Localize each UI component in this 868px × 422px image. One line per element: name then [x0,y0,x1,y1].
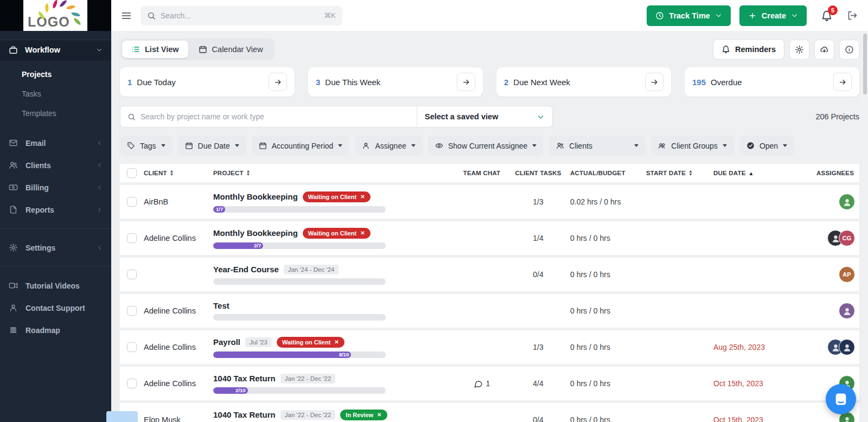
chat-bubble-icon [474,379,483,388]
team-chat-cell[interactable]: 1 [457,379,506,388]
row-checkbox-cell [120,306,144,316]
sidebar-item-contact-support[interactable]: Contact Support [0,297,111,319]
task-progress-bar: 1/7 [213,206,386,213]
column-header-client[interactable]: CLIENT▲▼ [144,170,213,176]
badge-remove-icon[interactable]: ✕ [360,231,365,236]
create-button[interactable]: Create [739,5,807,26]
project-name[interactable]: 1040 Tax Return [213,410,276,419]
card-count: 1 [127,78,132,87]
card-arrow-button[interactable] [269,73,287,91]
row-checkbox[interactable] [127,342,137,352]
status-badge[interactable]: Waiting on Client✕ [277,337,344,348]
sidebar-item-label: Contact Support [25,304,85,312]
chat-launcher-button[interactable] [826,384,856,414]
assignee-avatar[interactable]: AP [839,266,855,283]
global-search[interactable]: ⌘K [141,6,342,25]
assignee-avatar[interactable] [839,303,855,319]
sidebar-divider [0,266,111,267]
tab-list-view[interactable]: List View [122,41,188,58]
project-name[interactable]: Test [213,301,229,310]
hamburger-menu-icon[interactable] [121,10,132,21]
sidebar-item-settings[interactable]: Settings [0,236,111,259]
row-checkbox-cell [120,270,144,279]
sidebar-item-tasks[interactable]: Tasks [0,84,111,104]
layers-icon [9,325,18,335]
calendar-icon [259,142,267,150]
settings-button[interactable] [789,40,809,60]
project-search-input[interactable] [141,112,410,121]
logout-icon[interactable] [847,10,858,21]
caret-down-icon [235,144,239,147]
badge-remove-icon[interactable]: ✕ [360,194,365,200]
project-name[interactable]: Monthly Bookkeeping [213,192,298,201]
filter-chip-tags[interactable]: Tags [120,136,173,156]
column-header-due-date[interactable]: DUE DATE▲ [713,170,787,176]
task-progress-bar: 8/10 [213,351,386,358]
filter-chip-clients[interactable]: Clients [549,136,646,156]
sidebar-item-email[interactable]: Email [0,132,111,154]
badge-remove-icon[interactable]: ✕ [377,412,381,418]
sidebar-item-tutorial-videos[interactable]: Tutorial Videos [0,274,111,297]
document-icon [9,205,18,214]
column-label: ASSIGNEES [816,170,854,176]
task-progress-bar [213,314,386,321]
column-header-start-date[interactable]: START DATE▲▼ [646,170,713,176]
track-time-button[interactable]: Track Time [647,5,731,26]
card-arrow-button[interactable] [833,73,852,91]
row-checkbox[interactable] [127,270,137,279]
table-row: AirBnBMonthly BookkeepingWaiting on Clie… [120,185,859,219]
status-badge[interactable]: In Review✕ [340,410,387,420]
status-badge[interactable]: Waiting on Client✕ [303,228,371,239]
logo[interactable]: LOGO [23,0,87,31]
badge-remove-icon[interactable]: ✕ [334,340,339,345]
status-badge[interactable]: Waiting on Client✕ [303,191,371,202]
period-pill: Jul '23 [245,337,272,347]
row-checkbox[interactable] [127,379,137,388]
filter-chip-client-groups[interactable]: Client Groups [651,136,734,156]
sidebar-item-workflow[interactable]: Workflow [0,40,111,60]
row-checkbox[interactable] [127,233,137,243]
summary-card-due-this-week: 3Due This Week [308,67,483,97]
reminders-button[interactable]: Reminders [713,39,784,60]
filter-chip-open[interactable]: Open [739,136,794,156]
sidebar-item-templates[interactable]: Templates [0,104,111,123]
assignee-avatar[interactable] [839,194,855,210]
filter-chip-due-date[interactable]: Due Date [178,136,246,156]
filter-chip-accounting-period[interactable]: Accounting Period [252,136,350,156]
task-progress-label: 8/10 [339,351,349,357]
sidebar-item-clients[interactable]: Clients [0,154,111,176]
select-all-checkbox[interactable] [127,168,137,178]
card-arrow-button[interactable] [645,73,663,91]
row-checkbox[interactable] [127,197,137,207]
row-checkbox[interactable] [127,306,137,316]
project-name[interactable]: Year-End Course [213,265,279,274]
summary-card-due-next-week: 2Due Next Week [496,67,671,97]
scrollbar-thumb[interactable] [863,34,867,94]
global-search-input[interactable] [161,11,319,20]
saved-view-select[interactable]: Select a saved view [417,106,553,127]
main-area: ⌘K Track Time Create 5 List ViewCalendar… [111,0,868,422]
project-name[interactable]: Payroll [213,337,240,347]
export-button[interactable] [814,40,834,60]
project-search[interactable] [120,106,417,127]
tab-calendar-view[interactable]: Calendar View [189,41,272,58]
info-button[interactable] [839,40,859,60]
column-header-project[interactable]: PROJECT▲▼ [213,170,457,176]
assignee-avatar[interactable]: CG [839,230,855,246]
column-header-actual-budget: ACTUAL/BUDGET [570,170,646,176]
sidebar-item-reports[interactable]: Reports [0,199,111,221]
filter-chip-show-current-assignee[interactable]: Show Current Assignee [428,136,544,156]
filter-chip-assignee[interactable]: Assignee [355,136,423,156]
sidebar-item-roadmap[interactable]: Roadmap [0,319,111,341]
assignee-avatar[interactable] [839,339,855,355]
project-name[interactable]: Monthly Bookkeeping [213,228,298,238]
sidebar-item-billing[interactable]: Billing [0,176,111,199]
notifications-button[interactable]: 5 [821,10,833,22]
table-header: CLIENT▲▼PROJECT▲▼TEAM CHATCLIENT TASKSAC… [120,164,859,182]
card-arrow-button[interactable] [457,73,475,91]
task-progress-label: 1/7 [216,206,223,212]
chevron-down-icon [715,12,722,19]
info-icon [845,45,854,54]
project-name[interactable]: 1040 Tax Return [213,374,276,383]
sidebar-item-projects[interactable]: Projects [0,65,111,84]
